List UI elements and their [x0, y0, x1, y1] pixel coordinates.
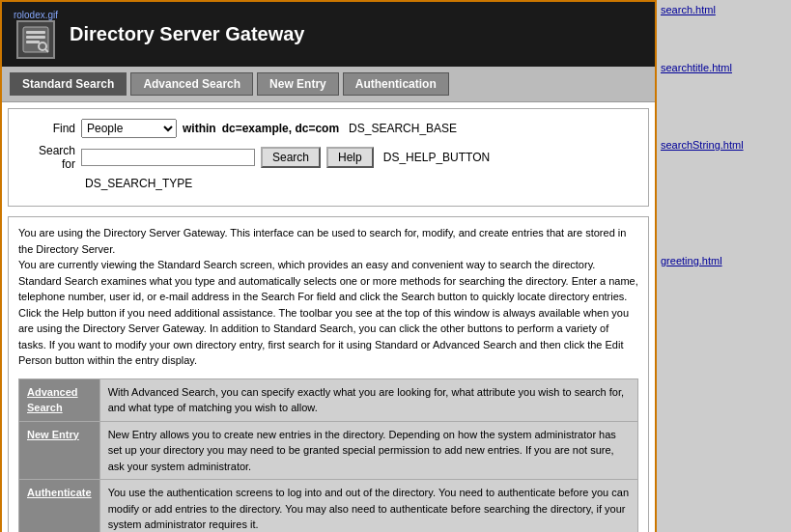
ds-help-button: DS_HELP_BUTTON	[383, 151, 490, 164]
logo-filename: rolodex.gif	[14, 10, 58, 20]
searchstring-html-link[interactable]: searchString.html	[661, 139, 778, 151]
greeting-html-link[interactable]: greeting.html	[661, 255, 778, 266]
svg-rect-1	[26, 31, 45, 34]
greeting-area: You are using the Directory Server Gatew…	[8, 216, 649, 532]
right-sidebar: search.html searchtitle.html searchStrin…	[657, 0, 782, 532]
info-row: AuthenticateYou use the authentication s…	[19, 480, 638, 533]
help-button[interactable]: Help	[326, 147, 374, 168]
greeting-intro: You are using the Directory Server Gatew…	[18, 227, 626, 255]
svg-rect-3	[26, 41, 40, 43]
dc-value: dc=example, dc=com	[222, 122, 339, 135]
searchtitle-html-link[interactable]: searchtitle.html	[661, 62, 778, 73]
logo-icon	[16, 20, 55, 59]
header: rolodex.gif Directory Server Gateway	[2, 2, 655, 67]
search-for-label: Search for	[22, 144, 75, 171]
ds-search-type: DS_SEARCH_TYPE	[85, 177, 192, 190]
search-input[interactable]	[81, 149, 255, 166]
svg-rect-0	[23, 27, 48, 52]
info-desc-cell: With Advanced Search, you can specify ex…	[99, 378, 637, 421]
main-area: rolodex.gif Directory Server Gateway Sta…	[0, 0, 657, 532]
find-select[interactable]: People Groups Organizations	[81, 119, 177, 138]
toolbar: Standard Search Advanced Search New Entr…	[2, 67, 655, 102]
ds-search-base: DS_SEARCH_BASE	[349, 122, 457, 135]
info-row: New EntryNew Entry allows you to create …	[19, 421, 638, 480]
info-row: Advanced SearchWith Advanced Search, you…	[19, 378, 638, 421]
greeting-para2: You are currently viewing the Standard S…	[18, 259, 638, 366]
within-label: within	[183, 122, 216, 135]
svg-rect-2	[26, 36, 45, 39]
search-for-row: Search for Search Help DS_HELP_BUTTON	[22, 144, 635, 171]
info-desc-cell: New Entry allows you to create new entri…	[99, 421, 637, 480]
advanced-search-btn[interactable]: Advanced Search	[130, 72, 253, 96]
logo-area: rolodex.gif	[12, 10, 60, 59]
info-label-cell[interactable]: New Entry	[19, 421, 100, 480]
new-entry-btn[interactable]: New Entry	[257, 72, 339, 96]
authentication-btn[interactable]: Authentication	[343, 72, 449, 96]
find-row: Find People Groups Organizations within …	[22, 119, 635, 138]
greeting-text: You are using the Directory Server Gatew…	[18, 225, 638, 369]
info-label-cell[interactable]: Advanced Search	[19, 378, 100, 421]
ds-search-type-row: DS_SEARCH_TYPE	[22, 177, 635, 190]
info-label-cell[interactable]: Authenticate	[19, 480, 100, 533]
find-label: Find	[22, 122, 75, 135]
search-button[interactable]: Search	[261, 147, 321, 168]
search-html-link[interactable]: search.html	[661, 4, 778, 15]
info-table: Advanced SearchWith Advanced Search, you…	[18, 378, 638, 533]
info-desc-cell: You use the authentication screens to lo…	[99, 480, 637, 533]
info-tbody: Advanced SearchWith Advanced Search, you…	[19, 378, 638, 532]
app-title: Directory Server Gateway	[70, 23, 304, 45]
standard-search-btn[interactable]: Standard Search	[10, 72, 127, 96]
search-area: Find People Groups Organizations within …	[8, 108, 649, 207]
